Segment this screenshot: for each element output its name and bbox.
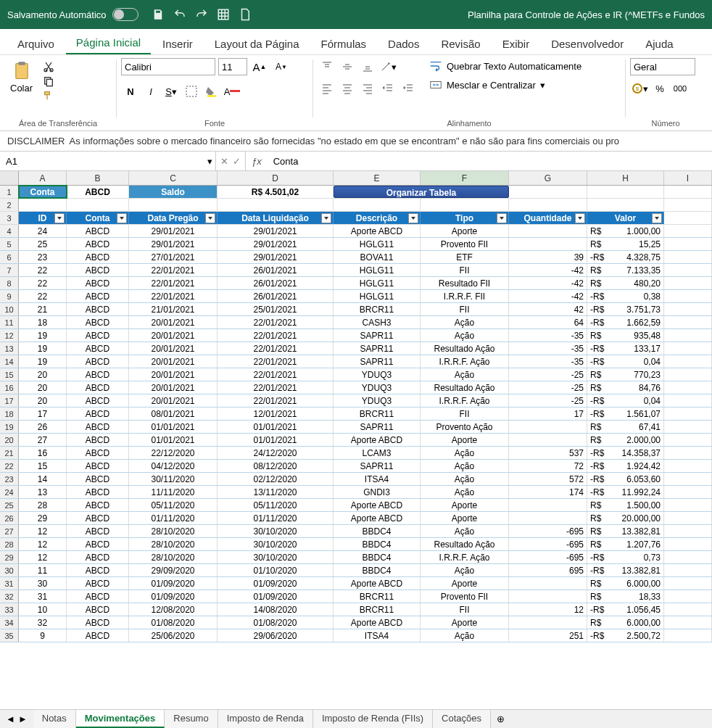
cell[interactable]: ABCD xyxy=(67,616,129,629)
next-sheet-icon[interactable]: ► xyxy=(18,713,28,724)
cell[interactable]: 14/08/2020 xyxy=(218,603,334,616)
cell[interactable]: HGLG11 xyxy=(334,277,421,289)
cell[interactable]: 22/01/2021 xyxy=(218,355,334,368)
ribbon-tab-layout-da-página[interactable]: Layout da Página xyxy=(204,32,310,54)
cell[interactable]: 30/11/2020 xyxy=(129,473,218,485)
conta-header-cell[interactable]: Conta xyxy=(19,186,67,198)
row-header[interactable]: 14 xyxy=(0,355,19,368)
cell[interactable]: 21/01/2021 xyxy=(129,303,218,315)
cell[interactable]: BOVA11 xyxy=(334,251,421,263)
cell[interactable]: ABCD xyxy=(67,525,129,537)
cell[interactable]: -R$6.053,60 xyxy=(587,473,664,485)
select-all-corner[interactable] xyxy=(0,171,19,185)
cell[interactable]: ABCD xyxy=(67,408,129,420)
cell[interactable]: 537 xyxy=(509,447,587,459)
saldo-value-cell[interactable]: R$ 4.501,02 xyxy=(218,186,334,198)
cell[interactable]: Ação xyxy=(421,460,509,472)
cell[interactable]: ABCD xyxy=(67,264,129,276)
align-center-icon[interactable] xyxy=(338,80,357,97)
cell[interactable]: 08/01/2021 xyxy=(129,408,218,420)
filter-icon[interactable] xyxy=(408,213,418,223)
cell[interactable]: 22/01/2021 xyxy=(129,264,218,276)
cell[interactable]: R$1.500,00 xyxy=(587,499,664,511)
col-header-B[interactable]: B xyxy=(67,171,129,185)
cell[interactable]: -695 xyxy=(509,551,587,563)
sheet-tab-movimentações[interactable]: Movimentações xyxy=(76,710,165,728)
cell[interactable]: Aporte xyxy=(421,577,509,590)
cell[interactable]: Resultado Ação xyxy=(421,342,509,355)
cell[interactable]: Provento FII xyxy=(421,238,509,250)
cell[interactable]: ABCD xyxy=(67,251,129,263)
cell[interactable]: BBDC4 xyxy=(334,525,421,537)
cell[interactable]: 01/11/2020 xyxy=(218,512,334,524)
cell[interactable]: R$67,41 xyxy=(587,421,664,433)
filter-icon[interactable] xyxy=(205,213,215,223)
name-box[interactable]: A1 ▾ xyxy=(0,152,216,170)
cell[interactable]: 01/08/2020 xyxy=(129,616,218,629)
ribbon-tab-página-inicial[interactable]: Página Inicial xyxy=(66,30,151,54)
cell[interactable]: ABCD xyxy=(67,316,129,328)
cell[interactable]: ABCD xyxy=(67,368,129,381)
cell[interactable]: R$15,25 xyxy=(587,238,664,250)
row-header[interactable]: 7 xyxy=(0,264,19,276)
row-header[interactable]: 25 xyxy=(0,499,19,511)
copy-icon[interactable] xyxy=(43,75,54,87)
cell[interactable]: 11/11/2020 xyxy=(129,486,218,498)
cell[interactable]: 24/12/2020 xyxy=(218,447,334,459)
cell[interactable]: ABCD xyxy=(67,355,129,368)
cell[interactable]: Ação xyxy=(421,486,509,498)
cell[interactable]: 572 xyxy=(509,473,587,485)
cell[interactable]: ABCD xyxy=(67,499,129,511)
cell[interactable]: -R$3.751,73 xyxy=(587,303,664,315)
ribbon-tab-desenvolvedor[interactable]: Desenvolvedor xyxy=(541,32,634,54)
cell[interactable]: 20/01/2021 xyxy=(129,394,218,407)
cell[interactable] xyxy=(509,434,587,446)
grow-font-icon[interactable]: A▲ xyxy=(250,58,269,75)
cell[interactable]: 22/01/2021 xyxy=(218,368,334,381)
cell[interactable]: Aporte ABCD xyxy=(334,225,421,237)
enter-icon[interactable]: ✓ xyxy=(233,156,241,167)
cell[interactable]: Ação xyxy=(421,368,509,381)
cell[interactable]: 29/06/2020 xyxy=(218,629,334,642)
cell[interactable]: 42 xyxy=(509,303,587,315)
row-header[interactable]: 6 xyxy=(0,251,19,263)
cell[interactable]: ABCD xyxy=(67,603,129,616)
cell[interactable]: 05/11/2020 xyxy=(218,499,334,511)
cell[interactable]: YDUQ3 xyxy=(334,368,421,381)
cell[interactable]: BRCR11 xyxy=(334,603,421,616)
col-header-C[interactable]: C xyxy=(129,171,218,185)
cell[interactable]: YDUQ3 xyxy=(334,394,421,407)
cell[interactable]: 22/01/2021 xyxy=(218,381,334,394)
cell[interactable]: SAPR11 xyxy=(334,329,421,342)
decrease-indent-icon[interactable] xyxy=(378,80,397,97)
cell[interactable]: 22 xyxy=(19,264,67,276)
cell[interactable]: -42 xyxy=(509,277,587,289)
cell[interactable]: R$13.382,81 xyxy=(587,525,664,537)
cell[interactable]: Provento Ação xyxy=(421,421,509,433)
cell[interactable]: -35 xyxy=(509,355,587,368)
wrap-text-button[interactable]: Quebrar Texto Automaticamente xyxy=(426,58,584,74)
col-header-F[interactable]: F xyxy=(421,171,509,185)
cell[interactable]: 22 xyxy=(19,277,67,289)
cell[interactable]: SAPR11 xyxy=(334,355,421,368)
cell[interactable]: 39 xyxy=(509,251,587,263)
cell[interactable]: 24 xyxy=(19,225,67,237)
col-header-D[interactable]: D xyxy=(218,171,334,185)
cell[interactable]: -35 xyxy=(509,342,587,355)
cell[interactable]: 11 xyxy=(19,564,67,576)
cell[interactable]: Aporte ABCD xyxy=(334,616,421,629)
row-header[interactable]: 9 xyxy=(0,290,19,302)
ribbon-tab-exibir[interactable]: Exibir xyxy=(492,32,540,54)
cell[interactable]: 02/12/2020 xyxy=(218,473,334,485)
cell[interactable]: ABCD xyxy=(67,290,129,302)
cell[interactable] xyxy=(509,225,587,237)
cell[interactable]: 18 xyxy=(19,316,67,328)
align-left-icon[interactable] xyxy=(318,80,336,97)
th-tipo[interactable]: Tipo xyxy=(421,212,509,224)
row-header[interactable]: 2 xyxy=(0,199,19,211)
cell[interactable]: 30/10/2020 xyxy=(218,525,334,537)
formula-input[interactable]: Conta xyxy=(268,152,712,170)
cell[interactable]: 25/01/2021 xyxy=(218,303,334,315)
cell[interactable]: ABCD xyxy=(67,238,129,250)
row-header[interactable]: 12 xyxy=(0,329,19,342)
